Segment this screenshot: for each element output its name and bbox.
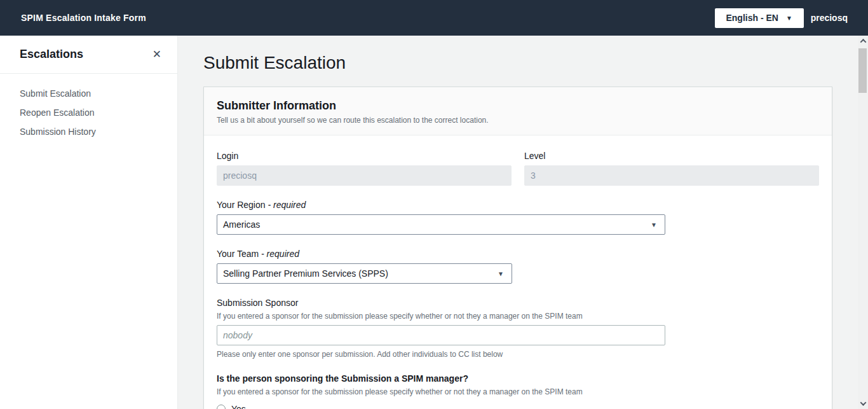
- sidebar-nav: Submit Escalation Reopen Escalation Subm…: [0, 74, 177, 151]
- radio-button-icon[interactable]: [217, 405, 226, 409]
- submitter-information-card: Submitter Information Tell us a bit abou…: [203, 87, 832, 409]
- level-field: Level: [524, 149, 819, 186]
- chevron-down-icon: ▼: [498, 270, 504, 277]
- sponsor-description: If you entered a sponsor for the submiss…: [217, 311, 819, 321]
- sponsor-manager-label: Is the person sponsoring the Submission …: [217, 372, 819, 385]
- scroll-down-arrow-icon[interactable]: [858, 398, 868, 409]
- sponsor-label: Submission Sponsor: [217, 296, 819, 309]
- sidebar-item-submission-history[interactable]: Submission History: [0, 122, 177, 141]
- sponsor-manager-description: If you entered a sponsor for the submiss…: [217, 387, 819, 397]
- level-input: [524, 165, 819, 186]
- chevron-down-icon: ▼: [786, 15, 792, 22]
- close-icon[interactable]: ✕: [151, 48, 163, 61]
- scrollbar-thumb[interactable]: [858, 48, 867, 93]
- radio-option-yes[interactable]: Yes: [217, 403, 819, 409]
- content-row: Escalations ✕ Submit Escalation Reopen E…: [0, 36, 868, 409]
- card-title: Submitter Information: [217, 99, 819, 113]
- card-header: Submitter Information Tell us a bit abou…: [204, 87, 832, 135]
- team-select-value: Selling Partner Premium Services (SPPS): [223, 268, 388, 279]
- region-select[interactable]: Americas ▼: [217, 214, 665, 235]
- username: preciosq: [811, 13, 848, 23]
- radio-option-yes-label: Yes: [231, 403, 246, 409]
- language-selector[interactable]: English - EN ▼: [715, 8, 804, 28]
- sidebar: Escalations ✕ Submit Escalation Reopen E…: [0, 36, 178, 409]
- team-label-text: Your Team: [217, 249, 259, 259]
- team-field: Your Team - required Selling Partner Pre…: [217, 247, 819, 284]
- card-body: Login Level Your Region - required: [204, 135, 832, 409]
- scroll-up-arrow-icon[interactable]: [858, 36, 868, 46]
- sponsor-constraint: Please only enter one sponsor per submis…: [217, 349, 819, 359]
- region-label-text: Your Region: [217, 200, 266, 210]
- region-select-value: Americas: [223, 219, 260, 230]
- scrollbar[interactable]: [858, 36, 868, 409]
- app-title: SPIM Escalation Intake Form: [21, 13, 146, 23]
- language-selector-label: English - EN: [726, 13, 778, 23]
- sponsor-input[interactable]: [217, 325, 665, 345]
- login-input: [217, 165, 512, 186]
- region-field: Your Region - required Americas ▼: [217, 198, 819, 235]
- login-label: Login: [217, 149, 512, 162]
- page-title: Submit Escalation: [203, 50, 832, 76]
- app-window: SPIM Escalation Intake Form English - EN…: [0, 0, 868, 409]
- sponsor-field: Submission Sponsor If you entered a spon…: [217, 296, 819, 359]
- sidebar-item-submit-escalation[interactable]: Submit Escalation: [0, 84, 177, 103]
- login-field: Login: [217, 149, 512, 186]
- sponsor-manager-field: Is the person sponsoring the Submission …: [217, 372, 819, 409]
- level-label: Level: [524, 149, 819, 162]
- login-level-row: Login Level: [217, 149, 819, 198]
- sidebar-header: Escalations ✕: [0, 36, 177, 74]
- team-required-suffix: - required: [261, 249, 299, 259]
- main-content: Submit Escalation Submitter Information …: [178, 36, 858, 409]
- region-label: Your Region - required: [217, 198, 819, 211]
- header-right: English - EN ▼ preciosq: [715, 8, 848, 28]
- sidebar-item-reopen-escalation[interactable]: Reopen Escalation: [0, 103, 177, 122]
- sidebar-title: Escalations: [20, 48, 83, 61]
- team-label: Your Team - required: [217, 247, 819, 260]
- region-required-suffix: - required: [268, 200, 306, 210]
- team-select[interactable]: Selling Partner Premium Services (SPPS) …: [217, 263, 512, 284]
- top-header: SPIM Escalation Intake Form English - EN…: [0, 0, 868, 36]
- chevron-down-icon: ▼: [651, 221, 657, 228]
- card-description: Tell us a bit about yourself so we can r…: [217, 115, 819, 125]
